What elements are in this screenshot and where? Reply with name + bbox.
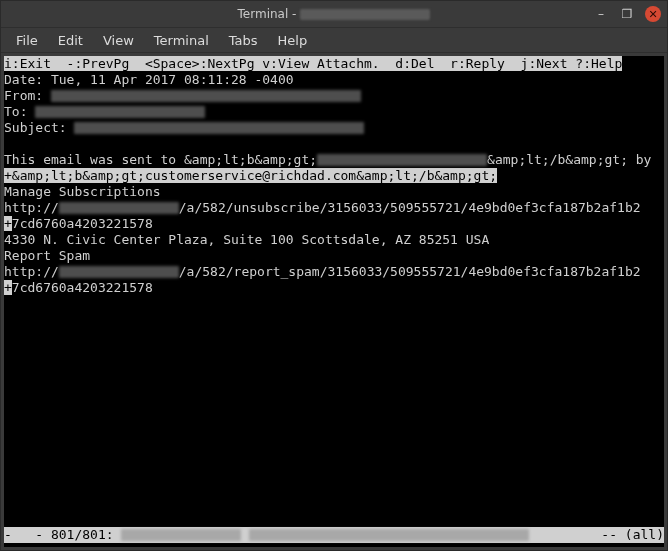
subject-value-redacted	[74, 122, 364, 134]
blank-line	[4, 136, 664, 152]
body-line-5: +7cd6760a4203221578	[4, 216, 664, 232]
menubar: File Edit View Terminal Tabs Help	[1, 28, 667, 53]
host2-redacted	[59, 266, 179, 278]
subject-label: Subject:	[4, 120, 74, 135]
host1-redacted	[59, 202, 179, 214]
body-line-7: Report Spam	[4, 248, 664, 264]
menu-help[interactable]: Help	[269, 31, 317, 50]
date-value: Tue, 11 Apr 2017 08:11:28 -0400	[51, 72, 294, 87]
status-position: -- (all)	[594, 527, 664, 543]
to-value-redacted	[35, 106, 205, 118]
from-value-redacted	[51, 90, 361, 102]
date-label: Date:	[4, 72, 51, 87]
body-line-3: Manage Subscriptions	[4, 184, 664, 200]
menu-tabs[interactable]: Tabs	[220, 31, 267, 50]
status-count: 801/801:	[51, 527, 121, 543]
menu-file[interactable]: File	[7, 31, 47, 50]
terminal-area[interactable]: i:Exit -:PrevPg <Space>:NextPg v:View At…	[4, 56, 664, 547]
body-line-2: +&amp;lt;b&amp;gt;customerservice@richda…	[4, 168, 664, 184]
body-line-1: This email was sent to &amp;lt;b&amp;gt;…	[4, 152, 664, 168]
header-from: From:	[4, 88, 664, 104]
recipient-email-redacted	[317, 154, 487, 166]
status-subject-redacted	[249, 529, 529, 541]
keybar: i:Exit -:PrevPg <Space>:NextPg v:View At…	[4, 56, 622, 71]
status-flags: - -	[4, 527, 51, 543]
header-date: Date: Tue, 11 Apr 2017 08:11:28 -0400	[4, 72, 664, 88]
menu-view[interactable]: View	[94, 31, 143, 50]
terminal-window: Terminal - – ❐ ✕ File Edit View Terminal…	[0, 0, 668, 551]
window-title: Terminal -	[1, 7, 667, 21]
window-controls: – ❐ ✕	[593, 1, 661, 27]
menu-edit[interactable]: Edit	[49, 31, 92, 50]
body-line-4: http:///a/582/unsubscribe/3156033/509555…	[4, 200, 664, 216]
minimize-button[interactable]: –	[593, 6, 609, 22]
body-line-8: http:///a/582/report_spam/3156033/509555…	[4, 264, 664, 280]
header-subject: Subject:	[4, 120, 664, 136]
maximize-button[interactable]: ❐	[619, 6, 635, 22]
to-label: To:	[4, 104, 35, 119]
window-title-prefix: Terminal -	[238, 7, 297, 21]
titlebar: Terminal - – ❐ ✕	[1, 1, 667, 28]
header-to: To:	[4, 104, 664, 120]
close-button[interactable]: ✕	[645, 6, 661, 22]
body-line-6: 4330 N. Civic Center Plaza, Suite 100 Sc…	[4, 232, 664, 248]
status-from-redacted	[121, 529, 241, 541]
from-label: From:	[4, 88, 51, 103]
body-line-9: +7cd6760a4203221578	[4, 280, 664, 296]
statusbar: - - 801/801: -- (all)	[4, 527, 664, 543]
menu-terminal[interactable]: Terminal	[145, 31, 218, 50]
window-title-redacted	[300, 9, 430, 20]
